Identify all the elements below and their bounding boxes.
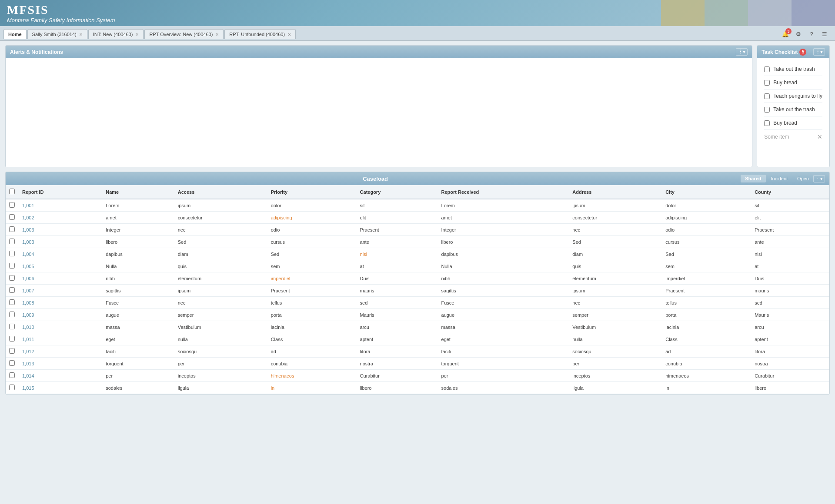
select-all-checkbox[interactable] xyxy=(9,189,15,194)
row-checkbox-7[interactable] xyxy=(9,287,15,293)
caseload-table: Report ID Name Access Priority Category … xyxy=(6,185,829,394)
tab-rpt-overview[interactable]: RPT Overview: New (400460) ✕ xyxy=(144,29,224,39)
notification-badge: 3 xyxy=(785,28,792,34)
header-image-4 xyxy=(792,0,835,26)
col-report-id: Report ID xyxy=(19,185,102,199)
caseload-tab-incident[interactable]: Incident xyxy=(767,175,792,182)
caseload-header: Caseload Shared Incident Open ⋮▾ xyxy=(6,172,829,185)
help-button[interactable]: ? xyxy=(806,29,817,40)
cell-report-id[interactable]: 1,014 xyxy=(19,370,102,382)
cell-priority: conubia xyxy=(267,358,357,370)
tab-sally-close[interactable]: ✕ xyxy=(79,32,83,37)
cell-report-id[interactable]: 1,011 xyxy=(19,333,102,345)
cell-report-id[interactable]: 1,015 xyxy=(19,382,102,394)
task-panel: Task Checklist 5 ⋮▾ Take out the trash B… xyxy=(757,45,830,167)
cell-report-id[interactable]: 1,004 xyxy=(19,248,102,260)
cell-county: litora xyxy=(751,345,829,358)
cell-priority[interactable]: imperdiet xyxy=(267,272,357,285)
tab-int-close[interactable]: ✕ xyxy=(135,32,139,37)
tab-rpt-unfounded[interactable]: RPT: Unfounded (400460) ✕ xyxy=(224,29,296,39)
row-checkbox-4[interactable] xyxy=(9,251,15,256)
alerts-tool-btn[interactable]: ⋮▾ xyxy=(736,48,748,56)
caseload-table-wrapper: Report ID Name Access Priority Category … xyxy=(6,185,829,394)
row-checkbox-15[interactable] xyxy=(9,385,15,390)
caseload-tab-open[interactable]: Open xyxy=(793,175,813,182)
cell-address: diam xyxy=(569,248,662,260)
row-checkbox-1[interactable] xyxy=(9,214,15,220)
tab-rpt-overview-close[interactable]: ✕ xyxy=(215,32,219,37)
cell-report-id[interactable]: 1,006 xyxy=(19,272,102,285)
cell-report-id[interactable]: 1,005 xyxy=(19,260,102,272)
cell-access: consectetur xyxy=(174,212,267,224)
caseload-tool-btn[interactable]: ⋮▾ xyxy=(813,175,825,182)
task-badge: 5 xyxy=(799,49,806,56)
cell-report-id[interactable]: 1,010 xyxy=(19,321,102,333)
tab-sally[interactable]: Sally Smith (316014) ✕ xyxy=(27,29,87,39)
row-checkbox-11[interactable] xyxy=(9,336,15,342)
tab-rpt-unfounded-close[interactable]: ✕ xyxy=(287,32,291,37)
cell-report-id[interactable]: 1,003 xyxy=(19,224,102,236)
task-checkbox-1[interactable] xyxy=(764,66,770,72)
cell-priority[interactable]: in xyxy=(267,382,357,394)
row-checkbox-13[interactable] xyxy=(9,360,15,366)
task-checkbox-5[interactable] xyxy=(764,120,770,126)
cell-report-id[interactable]: 1,002 xyxy=(19,212,102,224)
task-checkbox-3[interactable] xyxy=(764,93,770,99)
row-checkbox-12[interactable] xyxy=(9,348,15,354)
header-image-2 xyxy=(705,0,748,26)
cell-report-id[interactable]: 1,001 xyxy=(19,199,102,212)
header-images xyxy=(661,0,835,26)
settings-button[interactable]: ⚙ xyxy=(793,29,804,40)
row-checkbox-2[interactable] xyxy=(9,226,15,232)
row-checkbox-14[interactable] xyxy=(9,372,15,378)
row-checkbox-9[interactable] xyxy=(9,312,15,317)
cell-priority[interactable]: adipiscing xyxy=(267,212,357,224)
row-checkbox-5[interactable] xyxy=(9,263,15,269)
cell-city: himenaeos xyxy=(662,370,751,382)
cell-report-id[interactable]: 1,012 xyxy=(19,345,102,358)
cell-name: Lorem xyxy=(102,199,174,212)
cell-city: in xyxy=(662,382,751,394)
cell-report-id[interactable]: 1,007 xyxy=(19,285,102,297)
cell-city: ad xyxy=(662,345,751,358)
cell-access: sociosqu xyxy=(174,345,267,358)
row-checkbox-10[interactable] xyxy=(9,324,15,329)
cell-report-id[interactable]: 1,009 xyxy=(19,309,102,321)
cell-city: cursus xyxy=(662,236,751,248)
cell-report-received: sagittis xyxy=(438,285,569,297)
cell-priority: dolor xyxy=(267,199,357,212)
cell-name: per xyxy=(102,370,174,382)
task-tool-btn[interactable]: ⋮▾ xyxy=(813,48,825,56)
caseload-tab-shared[interactable]: Shared xyxy=(741,175,765,182)
cell-category[interactable]: nisi xyxy=(357,248,438,260)
cell-access: quis xyxy=(174,260,267,272)
task-checkbox-2[interactable] xyxy=(764,80,770,86)
row-checkbox-0[interactable] xyxy=(9,202,15,208)
col-category: Category xyxy=(357,185,438,199)
task-delete-btn[interactable]: ✕ xyxy=(817,133,822,140)
cell-priority[interactable]: himenaeos xyxy=(267,370,357,382)
cell-report-id[interactable]: 1,013 xyxy=(19,358,102,370)
task-label-3: Teach penguins to fly xyxy=(773,93,822,99)
cell-category: at xyxy=(357,260,438,272)
cell-report-id[interactable]: 1,003 xyxy=(19,236,102,248)
cell-report-received: amet xyxy=(438,212,569,224)
alerts-title: Alerts & Notifications xyxy=(10,49,63,55)
row-checkbox-3[interactable] xyxy=(9,239,15,244)
top-panels: Alerts & Notifications ⋮▾ Task Checklist… xyxy=(5,45,830,167)
cell-category: libero xyxy=(357,382,438,394)
menu-button[interactable]: ☰ xyxy=(819,29,830,40)
tab-home[interactable]: Home xyxy=(3,29,27,39)
cell-city: tellus xyxy=(662,297,751,309)
cell-address: inceptos xyxy=(569,370,662,382)
cell-report-id[interactable]: 1,008 xyxy=(19,297,102,309)
row-checkbox-8[interactable] xyxy=(9,299,15,305)
cell-name: amet xyxy=(102,212,174,224)
main-content: Alerts & Notifications ⋮▾ Task Checklist… xyxy=(0,41,835,399)
notifications-button[interactable]: 🔔 3 xyxy=(780,29,791,40)
task-checkbox-4[interactable] xyxy=(764,107,770,113)
cell-city: lacinia xyxy=(662,321,751,333)
tab-int[interactable]: INT: New (400460) ✕ xyxy=(88,29,144,39)
row-checkbox-6[interactable] xyxy=(9,275,15,281)
tabs-bar: Home Sally Smith (316014) ✕ INT: New (40… xyxy=(0,26,835,41)
